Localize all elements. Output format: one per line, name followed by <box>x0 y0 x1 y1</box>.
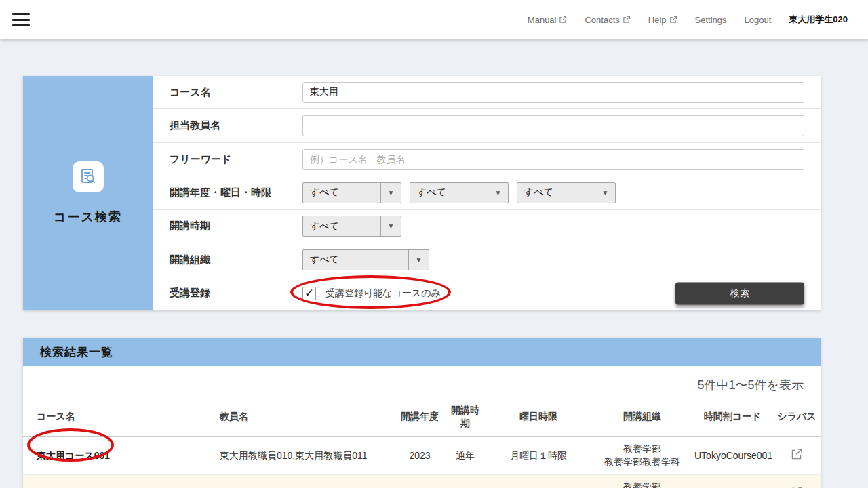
term-row: 開講時期 すべて ▼ <box>153 210 821 243</box>
col-header-day-period: 曜日時限 <box>484 400 593 436</box>
course-search-panel: コース検索 コース名 担当教員名 フリーワード 開講年度・曜日・時限 すべて ▼… <box>23 76 821 310</box>
year-select[interactable]: すべて ▼ <box>302 182 401 203</box>
course-name-row: コース名 <box>153 76 821 109</box>
chevron-down-icon: ▼ <box>488 183 508 203</box>
registration-row: 受講登録 ✓ 受講登録可能なコースのみ 検索 <box>153 277 821 310</box>
course-search-icon <box>73 161 104 192</box>
course-name-link[interactable]: 東大用コース001 <box>23 436 217 474</box>
syllabus-external-link-icon[interactable] <box>790 447 804 461</box>
nav-settings-link[interactable]: Settings <box>695 15 727 25</box>
day-period-cell: 月曜日１時限 <box>484 436 593 474</box>
top-nav: Manual Contacts Help Settings Logout 東大用… <box>528 14 848 26</box>
chevron-down-icon: ▼ <box>380 183 401 203</box>
col-header-syllabus: シラバス <box>773 400 821 436</box>
course-name-input[interactable] <box>302 82 804 103</box>
timetable-code-cell: UTokyoCourse001 <box>692 436 773 474</box>
freeword-input[interactable] <box>302 149 804 170</box>
external-link-icon <box>559 16 567 24</box>
results-table: コース名 教員名 開講年度 開講時期 曜日時限 開講組織 時間割コード シラバス… <box>23 400 821 488</box>
teacher-name-row: 担当教員名 <box>153 109 821 142</box>
chevron-down-icon: ▼ <box>408 250 429 270</box>
organization-cell: 教養学部 教養学部教養学科 <box>593 474 692 488</box>
checkmark-icon: ✓ <box>304 286 314 300</box>
year-cell: 2023 <box>393 474 446 488</box>
timetable-code-cell: UTokyoCourse002 <box>692 474 773 488</box>
term-select[interactable]: すべて ▼ <box>302 216 401 237</box>
registration-checkbox[interactable]: ✓ <box>302 287 316 300</box>
chevron-down-icon: ▼ <box>380 216 401 236</box>
freeword-label: フリーワード <box>170 153 302 166</box>
search-button[interactable]: 検索 <box>675 282 804 304</box>
day-select[interactable]: すべて ▼ <box>410 182 509 203</box>
nav-contacts-link[interactable]: Contacts <box>585 15 630 25</box>
results-count-text: 5件中1〜5件を表示 <box>23 366 821 400</box>
period-select-value: すべて <box>517 183 595 203</box>
col-header-timetable-code: 時間割コード <box>692 400 773 436</box>
search-results-panel: 検索結果一覧 5件中1〜5件を表示 コース名 教員名 開講年度 開講時期 曜日時… <box>23 338 821 488</box>
teachers-cell: 東大用教職員010,東大用教職員011 <box>217 436 393 474</box>
external-link-icon <box>623 16 631 24</box>
results-title: 検索結果一覧 <box>23 338 821 366</box>
results-header-row: コース名 教員名 開講年度 開講時期 曜日時限 開講組織 時間割コード シラバス <box>23 400 821 436</box>
syllabus-external-link-icon[interactable] <box>790 485 804 488</box>
organization-label: 開講組織 <box>170 253 302 266</box>
term-cell: 通年 <box>446 474 484 488</box>
term-select-value: すべて <box>303 216 380 236</box>
external-link-icon <box>669 16 677 24</box>
registration-label: 受講登録 <box>170 287 302 300</box>
registration-checkbox-label: 受講登録可能なコースのみ <box>326 287 441 300</box>
col-header-teachers: 教員名 <box>217 400 393 436</box>
col-header-course: コース名 <box>23 400 217 436</box>
term-cell: 通年 <box>446 436 484 474</box>
year-day-period-row: 開講年度・曜日・時限 すべて ▼ すべて ▼ すべて ▼ <box>153 176 821 209</box>
course-name-label: コース名 <box>170 86 302 99</box>
col-header-year: 開講年度 <box>393 400 446 436</box>
day-period-cell: 月曜日２時限 <box>484 474 593 488</box>
table-row-course-001: 東大用コース001 東大用教職員010,東大用教職員011 2023 通年 月曜… <box>23 436 821 474</box>
col-header-term: 開講時期 <box>446 400 484 436</box>
hamburger-menu-icon[interactable] <box>12 13 30 26</box>
organization-select-value: すべて <box>303 250 408 270</box>
search-panel-title: コース検索 <box>54 209 122 225</box>
year-select-value: すべて <box>303 183 380 203</box>
top-header: Manual Contacts Help Settings Logout 東大用… <box>0 0 868 39</box>
course-name-link[interactable]: 東大用コース002 <box>23 474 217 488</box>
nav-manual-link[interactable]: Manual <box>528 15 568 25</box>
organization-select[interactable]: すべて ▼ <box>302 249 429 270</box>
organization-cell: 教養学部 教養学部教養学科 <box>593 436 692 474</box>
organization-row: 開講組織 すべて ▼ <box>153 243 821 277</box>
nav-help-link[interactable]: Help <box>648 15 677 25</box>
teachers-cell: 東大用教職員010,東大用教職員011 <box>217 474 393 488</box>
term-label: 開講時期 <box>170 220 302 232</box>
day-select-value: すべて <box>410 183 488 203</box>
year-cell: 2023 <box>393 436 446 474</box>
nav-logout-link[interactable]: Logout <box>745 15 772 25</box>
logged-in-user-name: 東大用学生020 <box>789 14 848 26</box>
chevron-down-icon: ▼ <box>595 183 615 203</box>
period-select[interactable]: すべて ▼ <box>517 182 616 203</box>
teacher-name-input[interactable] <box>302 115 804 136</box>
freeword-row: フリーワード <box>153 143 821 176</box>
table-row-course-002: 東大用コース002 東大用教職員010,東大用教職員011 2023 通年 月曜… <box>23 474 821 488</box>
col-header-organization: 開講組織 <box>593 400 692 436</box>
teacher-name-label: 担当教員名 <box>170 119 302 132</box>
course-search-sidebar: コース検索 <box>23 76 153 310</box>
year-day-period-label: 開講年度・曜日・時限 <box>170 186 302 199</box>
search-form: コース名 担当教員名 フリーワード 開講年度・曜日・時限 すべて ▼ すべて ▼ <box>153 76 821 310</box>
